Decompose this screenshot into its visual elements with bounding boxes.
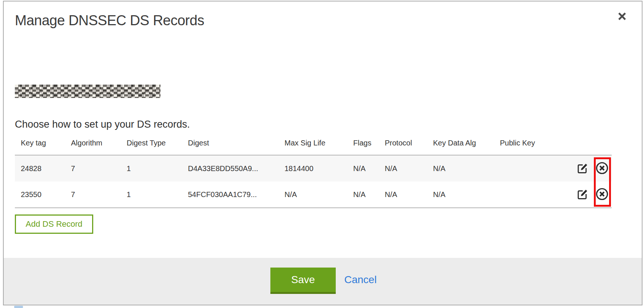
- dialog-title: Manage DNSSEC DS Records: [15, 13, 204, 29]
- cell-key-tag: 24828: [15, 155, 65, 181]
- delete-record-button[interactable]: [595, 161, 609, 177]
- col-header-algorithm: Algorithm: [65, 137, 121, 155]
- cell-algorithm: 7: [65, 155, 121, 181]
- col-header-key-tag: Key tag: [15, 137, 65, 155]
- edit-record-button[interactable]: [576, 161, 589, 176]
- cell-actions: [566, 181, 612, 208]
- close-icon: [617, 11, 628, 23]
- cell-max-sig-life: 1814400: [279, 155, 347, 181]
- manage-dnssec-dialog: Manage DNSSEC DS Records Choose how to s…: [3, 1, 643, 305]
- table-header-row: Key tag Algorithm Digest Type Digest Max…: [15, 137, 612, 155]
- col-header-digest-type: Digest Type: [121, 137, 182, 155]
- dialog-footer: Save Cancel: [4, 258, 642, 305]
- cell-key-data-alg: N/A: [427, 155, 494, 181]
- close-button[interactable]: [616, 10, 628, 23]
- redacted-domain-name: [15, 85, 160, 98]
- delete-icon: [595, 197, 609, 203]
- delete-record-button[interactable]: [595, 187, 609, 203]
- table-row: 23550 7 1 54FCF030AA1C79... N/A N/A N/A …: [15, 181, 612, 208]
- col-header-actions: [566, 137, 612, 155]
- cell-protocol: N/A: [379, 155, 427, 181]
- delete-icon: [595, 171, 609, 177]
- cell-key-data-alg: N/A: [427, 181, 494, 208]
- col-header-flags: Flags: [347, 137, 379, 155]
- cell-public-key: [494, 181, 566, 208]
- cell-protocol: N/A: [379, 181, 427, 208]
- edit-icon: [576, 170, 589, 176]
- cell-max-sig-life: N/A: [279, 181, 347, 208]
- edit-icon: [576, 196, 589, 202]
- table-row: 24828 7 1 D4A33E8DD550A9... 1814400 N/A …: [15, 155, 612, 181]
- cell-actions: [566, 155, 612, 181]
- cell-key-tag: 23550: [15, 181, 65, 208]
- save-button[interactable]: Save: [270, 268, 336, 294]
- cell-algorithm: 7: [65, 181, 121, 208]
- cell-digest-type: 1: [121, 181, 182, 208]
- col-header-key-data-alg: Key Data Alg: [427, 137, 494, 155]
- col-header-digest: Digest: [182, 137, 279, 155]
- cell-digest-type: 1: [121, 155, 182, 181]
- cell-flags: N/A: [347, 181, 379, 208]
- background-page-peek: [14, 306, 23, 308]
- instruction-text: Choose how to set up your DS records.: [15, 119, 190, 130]
- col-header-public-key: Public Key: [494, 137, 566, 155]
- add-ds-record-button[interactable]: Add DS Record: [15, 214, 93, 234]
- cell-digest: 54FCF030AA1C79...: [182, 181, 279, 208]
- col-header-max-sig-life: Max Sig Life: [279, 137, 347, 155]
- col-header-protocol: Protocol: [379, 137, 427, 155]
- cell-digest: D4A33E8DD550A9...: [182, 155, 279, 181]
- cell-public-key: [494, 155, 566, 181]
- cell-flags: N/A: [347, 155, 379, 181]
- cancel-link[interactable]: Cancel: [344, 274, 377, 286]
- ds-records-table: Key tag Algorithm Digest Type Digest Max…: [15, 137, 612, 208]
- edit-record-button[interactable]: [576, 187, 589, 202]
